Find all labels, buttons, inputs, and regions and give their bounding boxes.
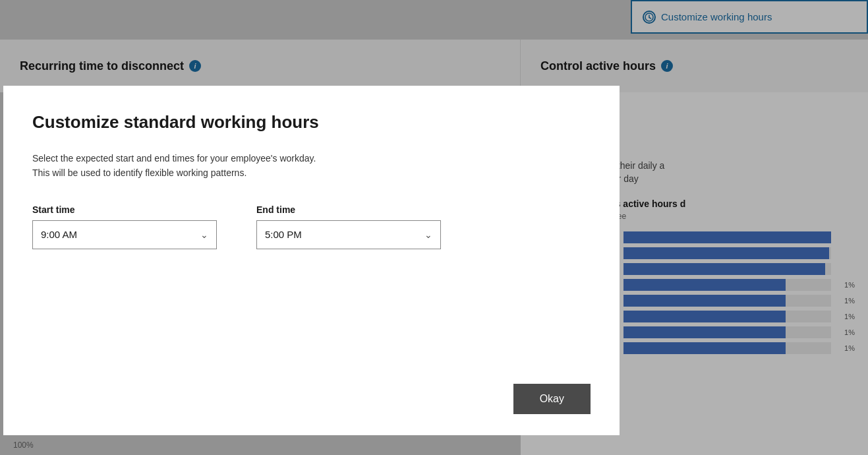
end-time-chevron-icon: ⌄ — [424, 229, 432, 240]
modal-title: Customize standard working hours — [32, 112, 591, 133]
end-time-value: 5:00 PM — [265, 229, 302, 240]
modal-fields: Start time 9:00 AM ⌄ End time 5:00 PM ⌄ — [32, 204, 591, 249]
start-time-value: 9:00 AM — [41, 229, 77, 240]
start-time-select[interactable]: 9:00 AM ⌄ — [32, 220, 217, 249]
start-time-label: Start time — [32, 204, 217, 215]
modal-footer: Okay — [32, 384, 591, 414]
end-time-select[interactable]: 5:00 PM ⌄ — [256, 220, 441, 249]
modal-dialog: Customize standard working hours Select … — [3, 86, 620, 435]
start-time-group: Start time 9:00 AM ⌄ — [32, 204, 217, 249]
end-time-label: End time — [256, 204, 441, 215]
end-time-group: End time 5:00 PM ⌄ — [256, 204, 441, 249]
start-time-chevron-icon: ⌄ — [200, 229, 208, 240]
modal-description: Select the expected start and end times … — [32, 151, 480, 181]
okay-button[interactable]: Okay — [513, 384, 591, 414]
